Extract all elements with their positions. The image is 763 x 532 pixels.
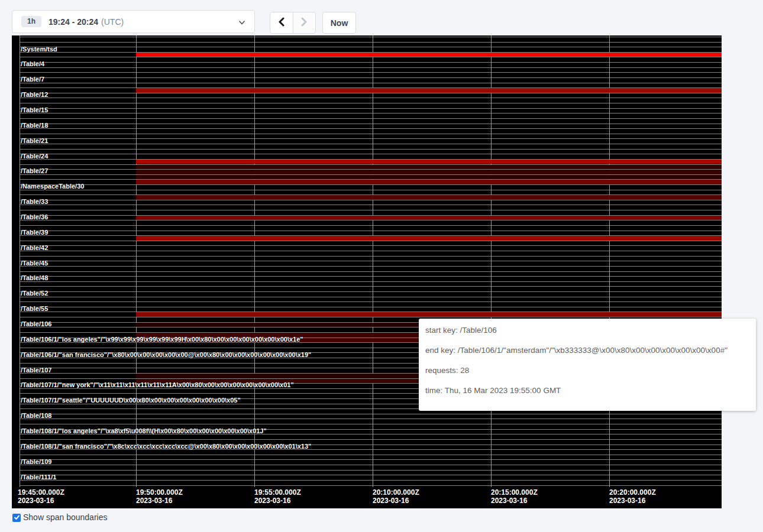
heat-band-row-3	[136, 53, 722, 57]
tooltip-line: end key: /Table/106/1/"amsterdam"/"\xb33…	[425, 345, 756, 356]
row-label: /NamespaceTable/30	[21, 183, 84, 190]
row-label: /Table/36	[21, 213, 48, 221]
row-label: /Table/108/1/"los angeles"/"\xa8\xf5\u00…	[21, 427, 267, 435]
axis-tick-time: 19:50:00.000Z	[136, 488, 183, 497]
row-label: /Table/107/1/"new york"/"\x11\x11\x11\x1…	[21, 381, 294, 389]
heat-band-row-25	[136, 165, 722, 170]
axis-tick-5: 20:20:00.000Z2023-03-16	[609, 488, 656, 505]
row-label: /Table/106	[21, 320, 51, 328]
axis-tick-time: 19:45:00.000Z	[18, 488, 64, 497]
row-label: /Table/18	[21, 122, 48, 129]
row-label: /Table/52	[21, 290, 48, 297]
now-button[interactable]: Now	[322, 12, 356, 34]
heat-band-row-31	[136, 195, 722, 200]
span-boundary-lines	[20, 37, 722, 486]
row-label: /Table/45	[21, 259, 48, 267]
axis-tick-4: 20:15:00.000Z2023-03-16	[491, 488, 538, 505]
prev-interval-button[interactable]	[270, 12, 293, 33]
axis-tick-date: 2023-03-16	[373, 497, 419, 505]
row-label: /Table/15	[21, 106, 48, 114]
span-tooltip: start key: /Table/106end key: /Table/106…	[419, 319, 756, 411]
row-label: /Table/109	[21, 458, 51, 466]
axis-tick-time: 19:55:00.000Z	[254, 488, 301, 497]
axis-tick-3: 20:10:00.000Z2023-03-16	[373, 488, 419, 505]
tooltip-line: requests: 28	[425, 365, 756, 377]
range-text: 19:24 - 20:24	[49, 17, 98, 27]
row-label: /Table/39	[21, 229, 48, 236]
time-nav-group	[270, 12, 316, 34]
heat-band-row-27	[136, 175, 722, 180]
heat-band-row-10	[136, 88, 722, 93]
row-label: /Table/12	[21, 91, 48, 99]
check-icon	[14, 512, 20, 523]
range-timezone: (UTC)	[101, 17, 124, 27]
axis-tick-date: 2023-03-16	[136, 497, 183, 505]
row-label: /Table/4	[21, 60, 44, 68]
axis-tick-date: 2023-03-16	[18, 497, 64, 505]
column-gridline-0	[20, 35, 20, 487]
show-span-boundaries-checkbox[interactable]	[12, 514, 21, 522]
heat-band-row-24	[136, 160, 722, 164]
column-gridline-2	[254, 35, 255, 487]
axis-tick-0: 19:45:00.000Z2023-03-16	[18, 488, 64, 505]
show-span-boundaries-label: Show span boundaries	[23, 513, 107, 522]
chevron-down-icon	[238, 18, 246, 27]
axis-tick-2: 19:55:00.000Z2023-03-16	[254, 488, 301, 505]
row-label: /Table/55	[21, 305, 48, 313]
row-label: /Table/106/1/"san francisco"/"\x80\x00\x…	[21, 351, 311, 359]
axis-tick-1: 19:50:00.000Z2023-03-16	[136, 488, 183, 505]
row-label: /Table/107/1/"seattle"/"UUUUUUD\x00\x80\…	[21, 397, 241, 404]
row-label: /System/tsd	[21, 46, 57, 53]
axis-tick-time: 20:20:00.000Z	[609, 488, 656, 497]
footer-controls: Show span boundaries	[12, 513, 107, 522]
axis-tick-time: 20:15:00.000Z	[491, 488, 538, 497]
row-label: /Table/107	[21, 366, 51, 374]
row-label: /Table/111/1	[21, 473, 56, 481]
axis-tick-date: 2023-03-16	[609, 497, 656, 505]
row-label: /Table/33	[21, 198, 48, 206]
axis-tick-date: 2023-03-16	[491, 497, 538, 505]
column-gridline-4	[491, 35, 492, 487]
row-label: /Table/24	[21, 153, 48, 160]
row-label: /Table/108/1/"san francisco"/"\x8c\xcc\x…	[21, 443, 311, 450]
range-duration-badge: 1h	[21, 16, 41, 27]
column-gridline-1	[136, 35, 137, 487]
tooltip-line: time: Thu, 16 Mar 2023 19:55:00 GMT	[425, 385, 756, 397]
next-interval-button[interactable]	[293, 12, 316, 33]
axis-tick-time: 20:10:00.000Z	[373, 488, 419, 497]
column-gridline-3	[373, 35, 373, 487]
time-range-dropdown[interactable]: 1h 19:24 - 20:24 (UTC)	[12, 10, 255, 33]
row-label: /Table/21	[21, 137, 48, 145]
heat-band-row-26	[136, 170, 722, 174]
row-label: /Table/27	[21, 167, 48, 175]
row-label: /Table/106/1/"los angeles"/"\x99\x99\x99…	[21, 336, 303, 343]
chevron-right-icon	[300, 17, 308, 29]
chevron-left-icon	[277, 17, 286, 29]
row-label: /Table/108	[21, 412, 51, 420]
tooltip-line: start key: /Table/106	[425, 325, 756, 336]
axis-tick-date: 2023-03-16	[254, 497, 301, 505]
row-label: /Table/42	[21, 244, 48, 252]
row-label: /Table/7	[21, 76, 44, 83]
heat-band-row-54	[136, 312, 722, 317]
row-label: /Table/48	[21, 274, 48, 282]
heat-band-row-39	[136, 236, 722, 241]
heatmap[interactable]: /System/tsd/Table/4/Table/7/Table/12/Tab…	[12, 35, 722, 508]
column-gridline-5	[609, 35, 610, 487]
heat-band-row-28	[136, 180, 722, 184]
heat-band-row-35	[136, 216, 722, 220]
